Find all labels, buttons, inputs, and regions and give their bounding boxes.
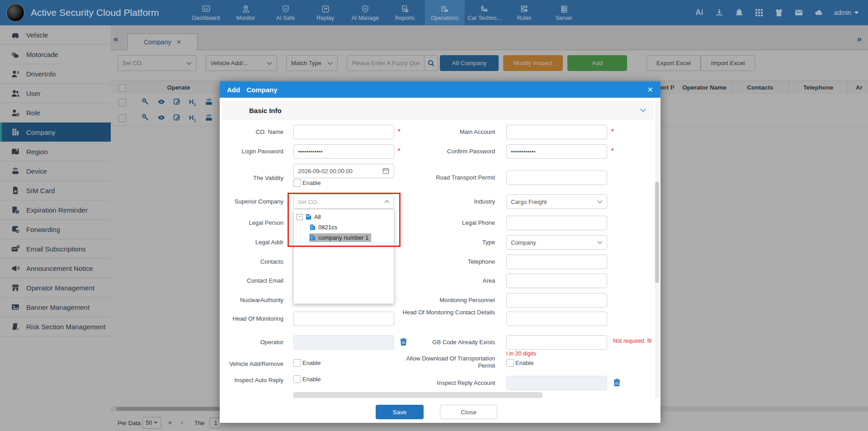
nav-server[interactable]: Server <box>544 0 584 25</box>
ai-manage-icon <box>361 5 370 14</box>
field-label-vehicle-add-remove: Vehicle Add/Remove <box>220 360 283 368</box>
close-button[interactable]: Close <box>440 405 497 419</box>
company-tree-icon <box>309 224 316 231</box>
field-label-co-name: CO. Name <box>220 128 283 136</box>
replay-icon <box>321 5 330 14</box>
field-label-telephone: Telephone <box>392 258 495 265</box>
caret-down-icon <box>854 11 859 14</box>
main-account-input[interactable] <box>506 125 607 139</box>
download-icon[interactable] <box>715 8 724 17</box>
field-label-legal-person: Legal Person <box>220 219 283 227</box>
required-asterisk: * <box>611 128 613 135</box>
app-title: Active Security Cloud Platform <box>31 7 159 18</box>
chevron-up-icon <box>384 200 390 204</box>
nav-dashboard[interactable]: Dashboard <box>186 0 226 25</box>
head-contact-details-input[interactable] <box>506 312 607 326</box>
co-name-input[interactable] <box>293 125 394 139</box>
car-techno-icon <box>480 5 489 14</box>
save-button[interactable]: Save <box>376 405 424 419</box>
inspect-reply-account-input <box>506 376 607 390</box>
field-label-legal-addr: Legal Addr <box>220 239 283 246</box>
vehicle-add-remove-enable-checkbox[interactable]: Enable <box>293 359 321 367</box>
partially-visible-field <box>293 392 542 398</box>
monitoring-personnel-input[interactable] <box>506 293 607 308</box>
modal-scrollbar-thumb[interactable] <box>655 182 659 283</box>
rules-icon <box>520 5 529 14</box>
login-password-input[interactable] <box>293 144 394 159</box>
nav-rules[interactable]: Rules <box>505 0 544 25</box>
field-label-gb-code: GB Code Already Exists <box>392 339 495 346</box>
field-label-main-account: Main Account <box>392 128 495 136</box>
calendar-icon[interactable] <box>382 167 389 174</box>
add-company-modal: Add Company ✕ Basic Info CO. Name * Main… <box>220 81 660 423</box>
field-label-inspect-reply-account: Inspect Reply Account <box>392 379 495 387</box>
operator-input <box>293 335 394 350</box>
modal-title-add: Add <box>227 86 240 94</box>
gb-code-note-right: Not required, fil <box>613 338 659 344</box>
ai-safe-icon <box>281 5 290 14</box>
nav-operations[interactable]: Operations <box>425 0 465 25</box>
field-label-validity: The Validity <box>220 175 283 182</box>
head-of-monitoring-input[interactable] <box>293 312 394 326</box>
required-asterisk: * <box>611 147 613 154</box>
field-label-legal-phone: Legal Phone <box>392 219 495 227</box>
superior-company-select[interactable]: Sel CO. <box>293 194 394 209</box>
field-label-superior-company: Superior Company <box>220 198 283 205</box>
tree-node-company-number-1[interactable]: company number 1 <box>294 232 394 243</box>
company-tree-panel: − All 0821cs company number 1 <box>293 209 394 304</box>
nav-replay[interactable]: Replay <box>306 0 345 25</box>
alarm-icon[interactable] <box>735 8 744 17</box>
tree-node-0821cs[interactable]: 0821cs <box>294 222 394 232</box>
mail-icon[interactable] <box>794 8 803 17</box>
inspect-auto-reply-enable-checkbox[interactable]: Enable <box>293 375 321 383</box>
modal-close-icon[interactable]: ✕ <box>647 85 653 94</box>
type-select[interactable]: Company <box>506 235 607 250</box>
cloud-icon[interactable] <box>814 8 823 17</box>
field-label-inspect-auto-reply: Inspect Auto Reply <box>220 377 283 384</box>
allow-download-enable-checkbox[interactable]: Enable <box>506 359 533 367</box>
top-header: Active Security Cloud Platform Dashboard… <box>0 0 868 25</box>
field-label-area: Area <box>392 277 495 284</box>
basic-info-section[interactable]: Basic Info <box>222 101 653 119</box>
server-icon <box>560 5 569 14</box>
field-label-type: Type <box>392 239 495 246</box>
field-label-confirm-password: Confirm Password <box>392 148 495 155</box>
field-label-login-password: Login Password <box>220 148 283 155</box>
superior-company-dropdown: Sel CO. − All 0821cs company number 1 <box>293 194 394 209</box>
field-label-nuclear-authority: NuclearAuthority <box>220 297 283 304</box>
validity-date-input[interactable] <box>293 164 394 178</box>
field-label-industry: Industry <box>392 198 495 205</box>
shirt-icon[interactable] <box>774 8 783 17</box>
clear-inspect-reply-trash-icon[interactable] <box>613 379 621 387</box>
collapse-chevron-icon[interactable] <box>640 108 646 113</box>
nav-reports[interactable]: Reports <box>385 0 425 25</box>
ai-badge-icon[interactable]: Ai <box>695 8 704 17</box>
road-transport-permit-input[interactable] <box>506 171 607 185</box>
field-label-contact-email: Contact Email <box>220 277 283 284</box>
tree-collapse-icon[interactable]: − <box>297 214 303 220</box>
nav-ai-safe[interactable]: AI Safe <box>266 0 306 25</box>
operations-icon <box>440 5 449 14</box>
apps-grid-icon[interactable] <box>755 8 764 17</box>
nav-ai-manage[interactable]: AI Manage <box>345 0 385 25</box>
field-label-head-of-monitoring: Head Of Monitoring <box>220 315 283 322</box>
confirm-password-input[interactable] <box>506 144 607 159</box>
tree-node-all[interactable]: − All <box>297 212 394 222</box>
field-label-operator: Operator <box>220 339 283 346</box>
reports-icon <box>401 5 410 14</box>
industry-select[interactable]: Cargo Freight <box>506 194 607 209</box>
legal-phone-input[interactable] <box>506 216 607 230</box>
company-tree-icon <box>305 213 312 220</box>
telephone-input[interactable] <box>506 255 607 269</box>
nav-car-techno[interactable]: Car Techno... <box>465 0 505 25</box>
user-menu[interactable]: admin <box>834 9 859 16</box>
gb-code-input[interactable] <box>506 335 607 350</box>
area-input[interactable] <box>506 274 607 288</box>
monitor-icon <box>241 5 250 14</box>
validity-enable-checkbox[interactable]: Enable <box>293 179 321 187</box>
main-nav: Dashboard Monitor AI Safe Replay AI Mana… <box>186 0 584 25</box>
header-actions: Ai admin <box>695 8 859 17</box>
field-label-allow-download: Allow Download Of Transportation Permit <box>392 355 495 369</box>
nav-monitor[interactable]: Monitor <box>226 0 266 25</box>
field-label-contacts: Contacts <box>220 258 283 265</box>
